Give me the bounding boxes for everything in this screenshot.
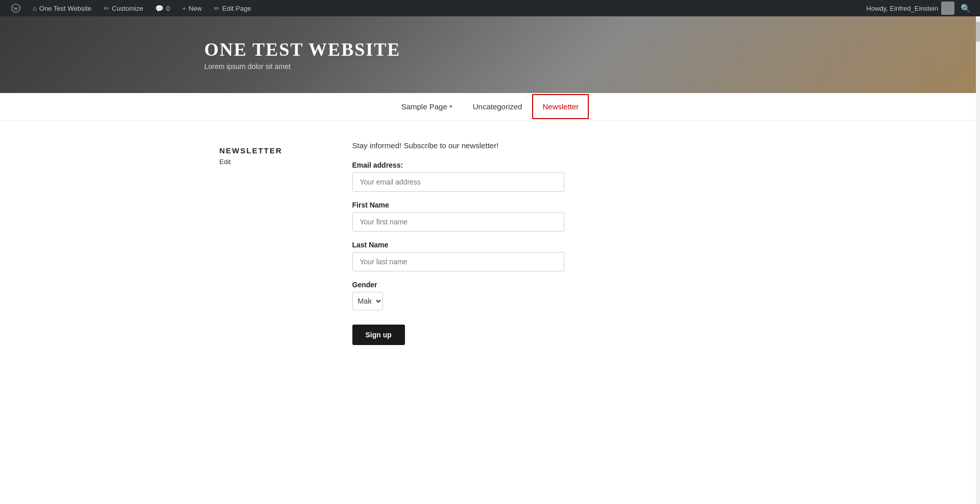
email-field-group: Email address: (352, 161, 761, 192)
newsletter-form-area: Stay informed! Subscribe to our newslett… (352, 141, 761, 345)
adminbar-wp-logo[interactable]: W (6, 0, 26, 16)
scrollbar-track (976, 16, 980, 504)
first-name-field-group: First Name (352, 201, 761, 232)
adminbar-edit-page[interactable]: ✏ Edit Page (209, 0, 256, 16)
site-title: ONE TEST WEBSITE (204, 39, 400, 60)
nav-dropdown-arrow-sample-page: ▾ (449, 103, 452, 110)
svg-text:W: W (14, 6, 18, 11)
adminbar-site-name[interactable]: ⌂ One Test Website (28, 0, 97, 16)
customize-icon: ✏ (104, 5, 109, 12)
hero-section: ONE TEST WEBSITE Lorem ipsum dolor sit a… (0, 16, 980, 93)
nav-item-sample-page[interactable]: Sample Page ▾ (391, 93, 463, 120)
form-intro-text: Stay informed! Subscribe to our newslett… (352, 141, 761, 150)
edit-page-icon: ✏ (214, 5, 220, 12)
first-name-input[interactable] (352, 212, 564, 232)
adminbar-site-icon: ⌂ (33, 5, 37, 12)
adminbar-comments[interactable]: 💬 0 (150, 0, 175, 16)
nav-label-uncategorized: Uncategorized (473, 102, 522, 111)
signup-button[interactable]: Sign up (352, 325, 405, 345)
email-label: Email address: (352, 161, 761, 169)
last-name-label: Last Name (352, 241, 761, 249)
main-navigation: Sample Page ▾ Uncategorized Newsletter (0, 93, 980, 121)
hero-content: ONE TEST WEBSITE Lorem ipsum dolor sit a… (204, 39, 400, 71)
adminbar-right: Howdy, Einfred_Einstein 🔍 (866, 2, 974, 15)
adminbar-new[interactable]: + New (177, 0, 207, 16)
nav-item-newsletter[interactable]: Newsletter (532, 94, 589, 119)
last-name-field-group: Last Name (352, 241, 761, 271)
new-icon: + (182, 5, 186, 12)
email-input[interactable] (352, 172, 564, 192)
adminbar-search-button[interactable]: 🔍 (958, 4, 974, 13)
adminbar-left: W ⌂ One Test Website ✏ Customize 💬 0 + N… (6, 0, 866, 16)
first-name-label: First Name (352, 201, 761, 209)
nav-label-sample-page: Sample Page (401, 102, 447, 111)
gender-label: Gender (352, 281, 761, 289)
scrollbar-thumb[interactable] (976, 21, 980, 42)
adminbar-user-greeting: Howdy, Einfred_Einstein (866, 5, 938, 12)
site-tagline: Lorem ipsum dolor sit amet (204, 62, 400, 71)
nav-item-uncategorized[interactable]: Uncategorized (463, 93, 533, 120)
hero-background (0, 16, 980, 93)
nav-inner: Sample Page ▾ Uncategorized Newsletter (391, 93, 589, 120)
newsletter-section-title: NEWSLETTER (220, 146, 322, 155)
content-left: NEWSLETTER Edit (220, 141, 322, 345)
edit-link[interactable]: Edit (220, 158, 322, 166)
user-avatar[interactable] (941, 2, 954, 15)
admin-bar: W ⌂ One Test Website ✏ Customize 💬 0 + N… (0, 0, 980, 16)
gender-field-group: Gender Male Female Other (352, 281, 761, 310)
last-name-input[interactable] (352, 252, 564, 271)
comments-icon: 💬 (155, 5, 163, 12)
gender-select[interactable]: Male Female Other (352, 292, 383, 310)
adminbar-customize[interactable]: ✏ Customize (99, 0, 148, 16)
nav-label-newsletter: Newsletter (542, 102, 579, 111)
main-content: NEWSLETTER Edit Stay informed! Subscribe… (209, 121, 771, 376)
